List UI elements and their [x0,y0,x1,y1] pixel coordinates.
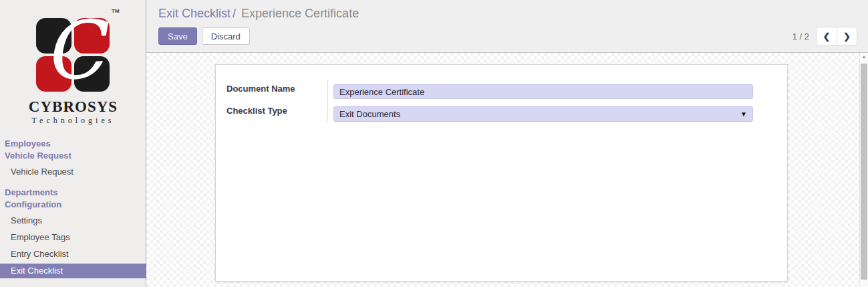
sidebar-item-employee-tags[interactable]: Employee Tags [0,230,146,245]
sidebar-section-configuration[interactable]: Configuration [0,199,146,211]
dropdown-arrow-icon: ▼ [740,107,747,122]
chevron-left-icon: ❮ [823,31,831,41]
sidebar-item-settings[interactable]: Settings [0,213,146,228]
breadcrumb-separator: / [231,7,238,20]
checklist-type-label: Checklist Type [227,104,287,118]
app-window: C TM CYBROSYS Technologies Employees Veh… [0,0,868,287]
document-name-input[interactable] [333,84,753,99]
discard-button[interactable]: Discard [202,27,250,45]
pager-count: 1 / 2 [792,31,809,41]
breadcrumb: Exit Checklist/ Experience Certificate [158,7,359,21]
breadcrumb-current: Experience Certificate [241,7,359,20]
pager-buttons: ❮ ❯ [816,27,857,45]
sidebar-menu: Employees Vehicle Request Vehicle Reques… [0,138,146,278]
scrollbar-thumb[interactable] [861,64,867,280]
pager: 1 / 2 ❮ ❯ [792,27,857,45]
sidebar-section-departments[interactable]: Departments [0,187,146,199]
trademark-symbol: TM [112,8,120,14]
checklist-type-value: Exit Documents [334,109,400,119]
sidebar: C TM CYBROSYS Technologies Employees Veh… [0,0,146,287]
pager-previous-button[interactable]: ❮ [816,27,837,45]
form-sheet: Document Name Checklist Type Exit Docume… [215,64,788,282]
scroll-up-arrow-icon[interactable]: ▲ [860,54,868,59]
sidebar-section-employees[interactable]: Employees [0,138,146,150]
sidebar-item-entry-checklist[interactable]: Entry Checklist [0,247,146,262]
control-panel: Exit Checklist/ Experience Certificate S… [146,0,868,53]
brand-name: CYBROSYS [0,98,146,116]
pager-next-button[interactable]: ❯ [837,27,857,45]
brand-subtitle: Technologies [0,116,146,126]
sidebar-item-exit-checklist[interactable]: Exit Checklist [0,264,146,278]
document-name-label: Document Name [227,82,295,96]
chevron-right-icon: ❯ [843,31,851,41]
logo-letter-c: C [33,9,112,87]
content-area: Document Name Checklist Type Exit Docume… [146,53,868,287]
breadcrumb-parent-link[interactable]: Exit Checklist [158,7,231,20]
sidebar-section-vehicle-request[interactable]: Vehicle Request [0,150,146,162]
save-button[interactable]: Save [158,27,197,45]
label-separator [327,80,328,123]
toolbar: Save Discard [158,27,250,45]
checklist-type-select[interactable]: Exit Documents ▼ [333,106,753,122]
vertical-scrollbar[interactable]: ▲ [859,53,868,287]
sidebar-gap [0,179,146,187]
sidebar-item-vehicle-request[interactable]: Vehicle Request [0,165,146,179]
